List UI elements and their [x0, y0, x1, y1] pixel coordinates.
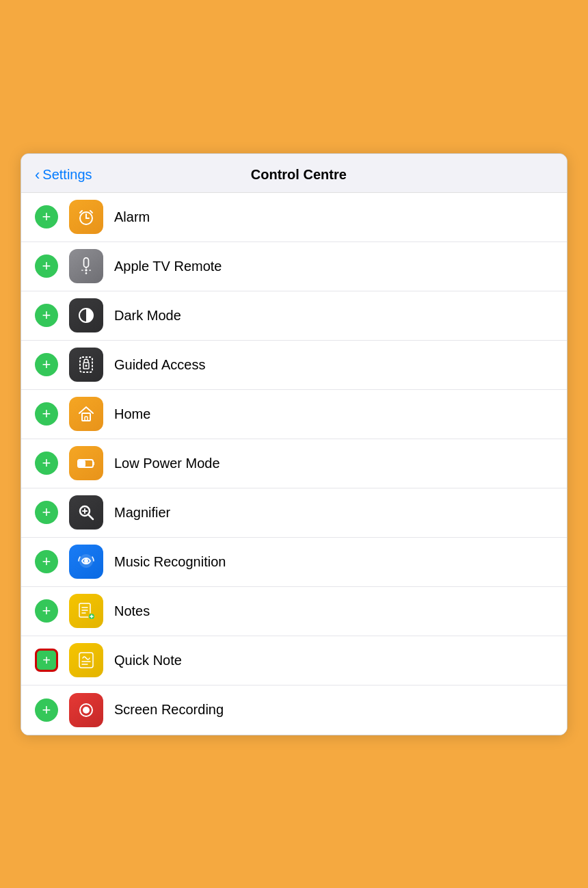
- plus-icon: +: [42, 653, 51, 667]
- svg-point-24: [84, 559, 88, 563]
- magnifier-svg: [76, 502, 96, 523]
- alarm-icon: [69, 200, 103, 234]
- darkmode-icon: [69, 298, 103, 332]
- screenrec-icon: [69, 693, 103, 727]
- svg-rect-5: [84, 258, 89, 267]
- add-magnifier-button[interactable]: +: [35, 501, 58, 524]
- notes-label: Notes: [114, 603, 150, 619]
- darkmode-svg: [76, 305, 96, 326]
- plus-icon: +: [42, 554, 51, 569]
- back-button[interactable]: ‹ Settings: [35, 166, 92, 184]
- plus-icon: +: [42, 308, 51, 323]
- appletv-label: Apple TV Remote: [114, 259, 222, 274]
- settings-panel: ‹ Settings Control Centre + Alarm: [21, 153, 567, 735]
- add-darkmode-button[interactable]: +: [35, 304, 58, 327]
- list-item[interactable]: + Alarm: [21, 193, 567, 242]
- guided-svg: [76, 354, 96, 375]
- appletv-icon: [69, 249, 103, 283]
- list-item[interactable]: + Quick Note: [21, 636, 567, 685]
- list-item[interactable]: + Magnifier: [21, 488, 567, 538]
- lowpower-label: Low Power Mode: [114, 456, 220, 471]
- add-quicknote-button[interactable]: +: [35, 649, 58, 672]
- back-chevron-icon: ‹: [35, 166, 40, 184]
- svg-line-21: [89, 515, 94, 520]
- notes-icon: [69, 594, 103, 628]
- svg-point-6: [85, 269, 87, 271]
- back-label[interactable]: Settings: [42, 167, 92, 183]
- list-item[interactable]: + Screen Recording: [21, 685, 567, 735]
- add-lowpower-button[interactable]: +: [35, 452, 58, 475]
- add-guided-button[interactable]: +: [35, 353, 58, 376]
- plus-icon: +: [42, 456, 51, 471]
- guided-icon: [69, 348, 103, 382]
- svg-rect-19: [93, 462, 94, 465]
- items-list: + Alarm +: [21, 193, 567, 735]
- magnifier-icon: [69, 495, 103, 530]
- list-item[interactable]: + Dark Mode: [21, 291, 567, 341]
- quicknote-label: Quick Note: [114, 653, 182, 668]
- page-title: Control Centre: [99, 167, 498, 183]
- add-music-recognition-button[interactable]: +: [35, 550, 58, 573]
- header: ‹ Settings Control Centre: [21, 154, 567, 193]
- add-notes-button[interactable]: +: [35, 599, 58, 623]
- svg-line-4: [90, 211, 92, 213]
- magnifier-label: Magnifier: [114, 505, 170, 521]
- lowpower-svg: [76, 453, 96, 473]
- svg-point-7: [85, 272, 88, 274]
- svg-point-14: [85, 365, 88, 367]
- darkmode-label: Dark Mode: [114, 308, 181, 324]
- add-appletv-button[interactable]: +: [35, 254, 58, 278]
- list-item[interactable]: + Music Recognition: [21, 538, 567, 587]
- add-home-button[interactable]: +: [35, 402, 58, 426]
- lowpower-icon: [69, 446, 103, 480]
- list-item[interactable]: + Home: [21, 390, 567, 439]
- home-label: Home: [114, 406, 150, 422]
- appletv-svg: [77, 257, 95, 275]
- svg-point-37: [83, 707, 90, 714]
- list-item[interactable]: + Notes: [21, 587, 567, 636]
- plus-icon: +: [42, 209, 51, 224]
- music-recognition-label: Music Recognition: [114, 554, 226, 570]
- alarm-svg: [76, 207, 96, 227]
- plus-icon: +: [42, 603, 51, 618]
- plus-icon: +: [42, 357, 51, 372]
- plus-icon: +: [42, 406, 51, 421]
- list-item[interactable]: + Apple TV Remote: [21, 242, 567, 291]
- quicknote-icon: [69, 643, 103, 677]
- plus-icon: +: [42, 259, 51, 274]
- alarm-label: Alarm: [114, 209, 150, 225]
- guided-label: Guided Access: [114, 357, 205, 373]
- music-svg: [76, 551, 96, 572]
- list-item[interactable]: + Guided Access: [21, 341, 567, 390]
- screenrec-svg: [76, 700, 96, 720]
- home-svg: [76, 404, 96, 424]
- svg-rect-18: [79, 460, 85, 467]
- svg-line-3: [80, 211, 82, 213]
- add-screenrec-button[interactable]: +: [35, 698, 58, 722]
- svg-rect-33: [79, 653, 93, 668]
- add-alarm-button[interactable]: +: [35, 205, 58, 228]
- music-recognition-icon: [69, 545, 103, 579]
- quicknote-svg: [76, 650, 96, 670]
- plus-icon: +: [42, 703, 51, 718]
- plus-icon: +: [42, 505, 51, 520]
- list-item[interactable]: + Low Power Mode: [21, 439, 567, 488]
- notes-svg: [76, 601, 96, 621]
- screenrec-label: Screen Recording: [114, 702, 224, 718]
- home-icon: [69, 397, 103, 431]
